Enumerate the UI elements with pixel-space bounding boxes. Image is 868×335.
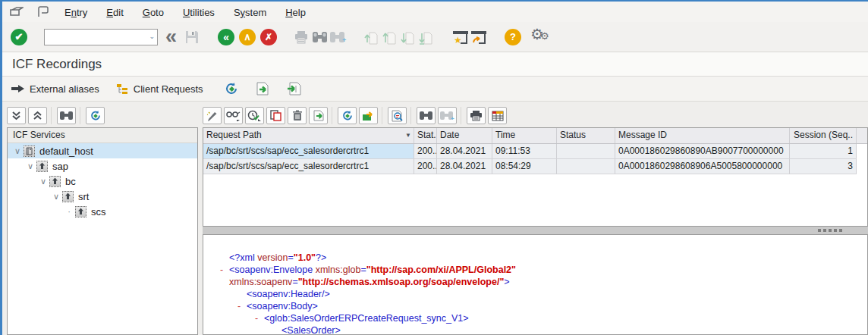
cell-path[interactable]: /sap/bc/srt/scs/sap/ecc_salesordercrtrc1	[203, 144, 414, 159]
xml-payload-viewer: <?xml version="1.0"?>-<soapenv:Envelope …	[203, 234, 868, 335]
expander-chevron-icon[interactable]: ∨	[12, 146, 23, 156]
column-header-2[interactable]: Date	[437, 128, 492, 143]
tree-node-srt[interactable]: ∨srt	[8, 189, 197, 204]
activate-recording-button[interactable]	[245, 107, 264, 124]
enter-button[interactable]: ✔	[11, 29, 27, 45]
command-dropdown-icon[interactable]: ⌄	[149, 33, 155, 40]
refresh-table-button[interactable]	[338, 107, 357, 124]
table-find-next-button[interactable]: +	[438, 107, 457, 124]
edit-recording-button[interactable]	[203, 107, 222, 124]
save-icon[interactable]	[183, 28, 201, 46]
continue-icon[interactable]	[10, 6, 27, 18]
menu-item-goto[interactable]: Goto	[143, 7, 164, 18]
table-row[interactable]: /sap/bc/srt/scs/sap/ecc_salesordercrtrc1…	[203, 159, 867, 174]
export-request-icon[interactable]	[256, 82, 270, 95]
execute-button[interactable]	[359, 107, 378, 124]
cell-stat[interactable]: 200..	[414, 159, 437, 174]
menu-item-help[interactable]: Help	[285, 7, 306, 18]
import-request-icon[interactable]	[287, 82, 303, 95]
cancel-button[interactable]: ✗	[260, 29, 277, 45]
tree-node-default_host[interactable]: ∨default_host	[8, 143, 197, 158]
display-recording-button[interactable]	[224, 107, 243, 124]
column-header-1[interactable]: Stat..	[414, 128, 437, 143]
customize-layout-icon[interactable]: ⚙ ⚙	[530, 27, 553, 47]
column-header-4[interactable]: Status	[557, 128, 615, 143]
print-icon[interactable]	[292, 28, 310, 46]
recordings-grid: Request Path▼Stat..DateTimeStatusMessage…	[203, 127, 868, 227]
back-button[interactable]: «	[218, 29, 234, 45]
expander-chevron-icon[interactable]: ∨	[51, 192, 61, 202]
expander-chevron-icon[interactable]: ∨	[38, 177, 49, 186]
column-header-0[interactable]: Request Path▼	[203, 128, 414, 143]
recordings-table-panel: + Request Path▼Stat..DateTimeStatusMessa…	[203, 107, 868, 227]
cell-date[interactable]: 28.04.2021	[437, 159, 492, 174]
table-find-button[interactable]	[417, 107, 436, 124]
cell-session[interactable]: 1	[790, 144, 857, 159]
menu-item-entry[interactable]: Entry	[64, 7, 87, 18]
tree-find-button[interactable]	[57, 107, 76, 124]
menu-item-system[interactable]: System	[234, 7, 266, 18]
tree-refresh-button[interactable]	[86, 107, 105, 124]
column-header-3[interactable]: Time	[492, 128, 557, 143]
tree-header: ICF Services	[8, 128, 197, 143]
cell-status[interactable]	[557, 159, 615, 174]
find-next-icon[interactable]: +	[329, 28, 347, 46]
external-aliases-button[interactable]: External aliases	[11, 83, 99, 95]
cell-date[interactable]: 28.04.2021	[437, 144, 492, 159]
sort-descending-icon: ▼	[405, 128, 411, 142]
cell-path[interactable]: /sap/bc/srt/scs/sap/ecc_salesordercrtrc1	[203, 159, 414, 174]
find-icon[interactable]	[310, 28, 329, 46]
horizontal-splitter[interactable]	[203, 227, 868, 234]
cell-session[interactable]: 3	[790, 159, 857, 174]
first-page-icon[interactable]	[362, 28, 380, 46]
export-row-button[interactable]	[309, 107, 328, 124]
cell-time[interactable]: 09:11:53	[492, 144, 557, 159]
layout-grid-button[interactable]	[488, 107, 507, 124]
new-session-icon[interactable]: ★	[451, 28, 470, 46]
svg-text:★: ★	[454, 35, 462, 44]
delete-recording-button[interactable]	[288, 107, 307, 124]
collapse-all-button[interactable]	[28, 107, 47, 124]
menu-item-utilities[interactable]: Utilities	[183, 7, 215, 18]
command-field[interactable]	[44, 29, 158, 45]
table-row[interactable]: /sap/bc/srt/scs/sap/ecc_salesordercrtrc1…	[203, 144, 867, 159]
cell-time[interactable]: 08:54:29	[492, 159, 557, 174]
leaf-bullet-icon: ·	[64, 207, 74, 216]
client-requests-button[interactable]: Client Requests	[116, 83, 203, 95]
column-header-5[interactable]: Message ID	[615, 128, 790, 143]
table-toolbar: +	[203, 107, 868, 127]
help-icon[interactable]: ?	[505, 29, 521, 45]
create-shortcut-icon[interactable]	[470, 28, 488, 46]
print-table-button[interactable]	[467, 107, 486, 124]
collapse-marker[interactable]: -	[220, 264, 229, 276]
local-back-icon[interactable]: «	[165, 25, 177, 49]
xml-line: <SalesOrder>	[203, 324, 867, 335]
collapse-marker[interactable]: -	[255, 312, 264, 324]
cell-stat[interactable]: 200..	[414, 144, 437, 159]
service-icon	[75, 206, 86, 218]
menu-item-edit[interactable]: Edit	[106, 7, 123, 18]
splitter-handle-icon[interactable]	[818, 229, 842, 232]
session-window-icon[interactable]	[37, 6, 54, 18]
next-page-icon[interactable]	[398, 28, 417, 46]
tree-node-sap[interactable]: ∨sap	[8, 158, 197, 174]
exit-button[interactable]: ∧	[239, 29, 256, 45]
cell-message_id[interactable]: 0A000186029860890AB9007700000000	[615, 144, 790, 159]
expander-chevron-icon[interactable]: ∨	[25, 161, 36, 171]
column-header-6[interactable]: Session (Seq..	[790, 128, 857, 143]
cell-status[interactable]	[557, 144, 615, 159]
content-area: ICF Services ∨default_host∨sap∨bc∨srt·sc…	[5, 102, 868, 335]
recordings-area: + Request Path▼Stat..DateTimeStatusMessa…	[203, 107, 868, 335]
display-payload-button[interactable]	[388, 107, 407, 124]
last-page-icon[interactable]	[417, 28, 435, 46]
collapse-marker[interactable]: -	[237, 300, 247, 312]
svg-text:+: +	[451, 115, 454, 121]
previous-page-icon[interactable]	[380, 28, 398, 46]
icf-services-tree: ICF Services ∨default_host∨sap∨bc∨srt·sc…	[7, 127, 198, 335]
copy-recording-button[interactable]	[266, 107, 285, 124]
tree-node-scs[interactable]: ·scs	[8, 204, 197, 219]
tree-node-bc[interactable]: ∨bc	[8, 174, 197, 189]
cell-message_id[interactable]: 0A0001860298608906A5005800000000	[615, 159, 790, 174]
refresh-icon[interactable]	[225, 82, 239, 95]
expand-all-button[interactable]	[7, 107, 26, 124]
